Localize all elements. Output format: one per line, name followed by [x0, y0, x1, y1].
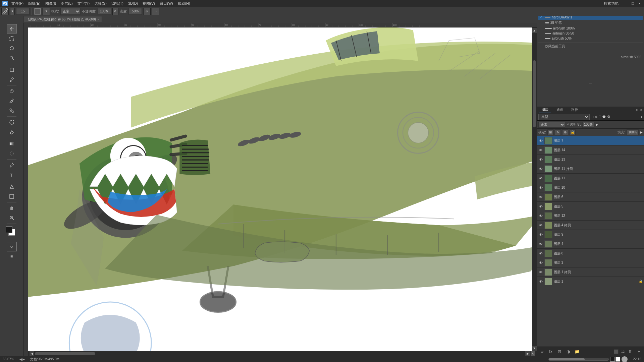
lock-pixels-btn[interactable]: ⊞ [547, 129, 553, 135]
history-brush-tool[interactable] [7, 118, 17, 127]
brush-preset-item-2[interactable]: 28 铅笔 [538, 20, 643, 26]
menu-filter[interactable]: 滤镜(T) [109, 0, 125, 7]
layer-item-2[interactable]: 👁图层 14 [537, 145, 644, 155]
layer-filter-type[interactable]: 类型 [538, 114, 590, 120]
shape-tool[interactable] [7, 192, 17, 201]
gradient-tool[interactable] [7, 139, 17, 148]
layer-item-12[interactable]: 👁图层 4 [537, 239, 644, 249]
lasso-tool[interactable] [7, 44, 17, 53]
filter-text-btn[interactable]: T [599, 115, 601, 119]
layer-fill-input[interactable] [627, 129, 639, 135]
layer-eye-3[interactable]: 👁 [538, 157, 543, 162]
menu-3d[interactable]: 3D(D) [126, 1, 140, 6]
menu-text[interactable]: 文字(Y) [75, 0, 92, 7]
brush-size-input[interactable] [16, 8, 30, 15]
text-tool[interactable]: T [7, 170, 17, 180]
blend-mode-select[interactable]: 正常 [60, 8, 80, 15]
selection-tool[interactable] [7, 34, 17, 43]
tab-channels[interactable]: 通道 [554, 107, 566, 113]
foreground-color[interactable] [6, 226, 12, 233]
file-tab-close[interactable]: × [97, 18, 99, 21]
color-swatch[interactable] [6, 226, 18, 238]
spot-heal-tool[interactable] [7, 86, 17, 96]
layer-item-11[interactable]: 👁图层 9 [537, 230, 644, 239]
layer-eye-10[interactable]: 👁 [538, 223, 543, 228]
layer-item-16[interactable]: 👁图层 1🔒 [537, 277, 644, 286]
brush-thumb-btn[interactable] [34, 8, 41, 15]
new-group-btn[interactable]: 📁 [574, 349, 580, 355]
lock-position-btn[interactable]: ✎ [555, 129, 561, 135]
layer-item-14[interactable]: 👁图层 3 [537, 258, 644, 267]
layer-item-10[interactable]: 👁图层 4 拷贝 [537, 221, 644, 230]
panel-close-layers[interactable]: × [640, 108, 642, 112]
hand-tool[interactable] [7, 203, 17, 213]
menu-close[interactable]: × [637, 1, 643, 6]
path-selection-tool[interactable] [7, 182, 17, 191]
layer-eye-14[interactable]: 👁 [538, 260, 543, 265]
bg-swatch-bottom[interactable] [615, 357, 620, 362]
link-layers-btn[interactable]: ∞ [539, 349, 545, 355]
new-layer-btn[interactable]: + [636, 349, 642, 355]
brush-preset-item-3[interactable]: airbrush 100% [538, 26, 643, 31]
menu-search[interactable]: 搜索功能 [602, 0, 621, 7]
menu-maximize[interactable]: □ [630, 1, 636, 6]
magic-wand-tool[interactable] [7, 53, 17, 63]
pen-tool[interactable] [7, 161, 17, 170]
blur-tool[interactable] [7, 149, 17, 158]
lock-all-btn[interactable]: 🔒 [570, 129, 576, 135]
filter-smart-btn[interactable]: ⚙ [607, 115, 610, 119]
brush-preset-item-5[interactable]: airbrush 50% [538, 36, 643, 41]
layer-item-15[interactable]: 👁图层 1 拷贝 [537, 267, 644, 277]
rotate-btn[interactable]: ↻ [531, 351, 535, 356]
quick-mask-btn[interactable]: Q [7, 242, 17, 251]
add-adjustment-btn[interactable]: ◑ [565, 349, 571, 355]
layer-eye-9[interactable]: 👁 [538, 214, 543, 218]
zoom-tool[interactable] [7, 213, 17, 223]
layer-eye-8[interactable]: 👁 [538, 204, 543, 209]
brush-preset-item-4[interactable]: airbrush 30-50 [538, 31, 643, 36]
tab-paths[interactable]: 路径 [569, 107, 581, 113]
menu-select[interactable]: 选择(S) [92, 0, 109, 7]
brush-preset-item-6[interactable]: 仅限当前工具 [538, 42, 643, 49]
filter-pixel-btn[interactable]: □ [591, 115, 593, 119]
screen-mode-btn[interactable]: ⊞ [7, 252, 17, 261]
scroll-up-btn[interactable]: ▲ [532, 28, 537, 33]
lock-artboard-btn[interactable]: ⊕ [562, 129, 568, 135]
brush-tool[interactable] [7, 96, 17, 106]
filter-shape-btn[interactable]: ⬟ [602, 115, 606, 119]
tab-layers[interactable]: 图层 [539, 107, 551, 113]
layer-eye-12[interactable]: 👁 [538, 242, 543, 246]
opacity-toggle[interactable]: ⊕ [112, 8, 118, 15]
layer-item-8[interactable]: 👁图层 5 [537, 202, 644, 211]
layer-item-13[interactable]: 👁图层 8 [537, 249, 644, 258]
brush-tool-btn[interactable] [1, 8, 9, 15]
menu-window[interactable]: 窗口(W) [158, 0, 175, 7]
layer-eye-4[interactable]: 👁 [538, 167, 543, 171]
eyedropper-tool[interactable] [7, 75, 17, 84]
menu-view[interactable]: 视图(V) [141, 0, 157, 7]
layer-item-7[interactable]: 👁图层 6 [537, 192, 644, 202]
filter-toggle-btn[interactable]: ● [641, 115, 643, 119]
layer-opacity-input[interactable] [582, 122, 594, 128]
opacity-input[interactable] [98, 8, 111, 15]
eraser-tool[interactable] [7, 127, 17, 137]
layer-item-1[interactable]: 👁图层 7 [537, 136, 644, 145]
menu-layer[interactable]: 图层(L) [59, 0, 74, 7]
horizontal-scrollbar[interactable]: ◀ ▶ ↻ [28, 351, 537, 356]
airbrush-toggle[interactable]: ✈ [143, 8, 151, 15]
panel-menu-btn[interactable]: ≡ [636, 108, 637, 112]
nav-arrows[interactable]: ◀ ▶ [19, 358, 25, 361]
fill-arrow[interactable]: ▶ [640, 130, 643, 134]
scroll-left-btn[interactable]: ◀ [30, 351, 34, 356]
crop-tool[interactable] [7, 65, 17, 74]
layer-eye-7[interactable]: 👁 [538, 195, 543, 199]
menu-edit[interactable]: 编辑(E) [26, 0, 43, 7]
add-mask-btn[interactable]: ⊡ [556, 349, 562, 355]
move-tool[interactable] [7, 24, 17, 34]
layer-item-6[interactable]: 👁图层 10 [537, 183, 644, 192]
layer-eye-15[interactable]: 👁 [538, 270, 543, 275]
layer-item-3[interactable]: 👁图层 13 [537, 155, 644, 164]
vertical-scrollbar[interactable]: ▲ ▼ [532, 27, 537, 351]
layer-effects-btn[interactable]: fx [548, 349, 554, 355]
menu-help[interactable]: 帮助(H) [176, 0, 192, 7]
